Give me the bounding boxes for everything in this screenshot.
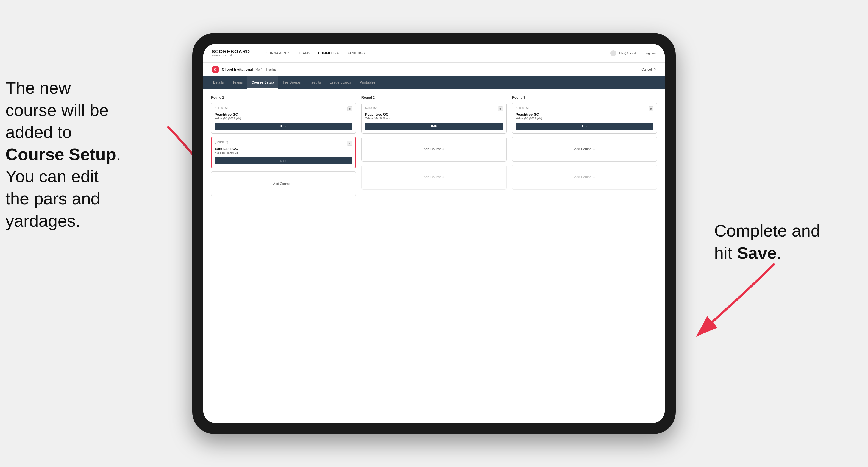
tab-leaderboards[interactable]: Leaderboards (325, 76, 355, 89)
round-1-add-course-plus-icon: + (292, 182, 294, 186)
round-3-add-course-2-button: Add Course + (512, 165, 657, 190)
close-icon: ✕ (654, 68, 656, 71)
tab-results[interactable]: Results (305, 76, 325, 89)
tablet-screen: SCOREBOARD Powered by clippd TOURNAMENTS… (203, 44, 665, 423)
round-3-course-a-label: (Course A) (516, 106, 529, 109)
round-1-course-a-card: (Course A) 🗑 Peachtree GC Yellow (M) (66… (211, 103, 356, 133)
sub-tabs: Details Teams Course Setup Tee Groups Re… (203, 76, 665, 89)
round-3-add-course-plus-icon: + (593, 147, 595, 151)
round-3-label: Round 3 (512, 96, 657, 99)
logo-sub-text: Powered by clippd (212, 54, 250, 57)
trash-icon: 🗑 (650, 107, 652, 111)
round-2-add-course-button[interactable]: Add Course + (362, 137, 506, 161)
round-1-column: Round 1 (Course A) 🗑 Peachtree GC Yellow… (211, 96, 356, 199)
round-1-course-b-delete-button[interactable]: 🗑 (347, 141, 352, 146)
round-1-add-course-text: Add Course (273, 182, 290, 186)
round-1-label: Round 1 (211, 96, 356, 99)
round-2-course-a-card: (Course A) 🗑 Peachtree GC Yellow (M) (66… (362, 103, 506, 133)
nav-links: TOURNAMENTS TEAMS COMMITTEE RANKINGS (264, 51, 365, 55)
annotation-bold-course-setup: Course Setup (5, 145, 116, 164)
round-3-course-a-card: (Course A) 🗑 Peachtree GC Yellow (M) (66… (512, 103, 657, 133)
nav-teams[interactable]: TEAMS (298, 51, 310, 55)
round-3-course-a-edit-button[interactable]: Edit (516, 123, 653, 130)
tournament-status: Hosting (266, 68, 276, 71)
round-2-course-a-edit-button[interactable]: Edit (365, 123, 503, 130)
round-2-course-a-label: (Course A) (365, 106, 378, 109)
round-3-course-a-name: Peachtree GC (516, 112, 653, 117)
round-1-course-b-edit-button[interactable]: Edit (215, 157, 352, 164)
nav-committee[interactable]: COMMITTEE (318, 51, 339, 55)
round-1-course-a-tee: Yellow (M) (6629 yds) (215, 117, 352, 120)
round-1-course-b-label: (Course B) (215, 141, 228, 144)
round-1-course-b-card: (Course B) 🗑 East Lake GC Black (M) (689… (211, 137, 356, 168)
avatar (610, 50, 616, 56)
round-3-add-course-2-plus-icon: + (593, 175, 595, 179)
round-2-add-course-2-button: Add Course + (362, 165, 506, 190)
round-2-add-course-2-text: Add Course (424, 175, 441, 179)
annotation-left: The new course will be added to Course S… (5, 77, 176, 232)
round-1-course-b-name: East Lake GC (215, 147, 352, 151)
round-2-course-a-delete-button[interactable]: 🗑 (498, 106, 503, 111)
round-3-add-course-text: Add Course (574, 147, 591, 151)
round-1-course-b-tee: Black (M) (6891 yds) (215, 151, 352, 154)
tournament-logo: C (212, 66, 219, 73)
annotation-bold-save: Save (737, 243, 777, 262)
scoreboard-logo: SCOREBOARD Powered by clippd (212, 49, 250, 57)
top-nav: SCOREBOARD Powered by clippd TOURNAMENTS… (203, 44, 665, 63)
tournament-gender: (Men) (255, 68, 262, 71)
tournament-bar: C Clippd Invitational (Men) Hosting Canc… (203, 63, 665, 76)
round-2-add-course-plus-icon: + (442, 147, 444, 151)
trash-icon: 🗑 (348, 142, 351, 145)
round-2-course-a-name: Peachtree GC (365, 112, 503, 117)
nav-rankings[interactable]: RANKINGS (347, 51, 365, 55)
round-3-column: Round 3 (Course A) 🗑 Peachtree GC Yellow… (512, 96, 657, 199)
round-3-add-course-button[interactable]: Add Course + (512, 137, 657, 161)
tab-printables[interactable]: Printables (355, 76, 380, 89)
round-3-add-course-2-text: Add Course (574, 175, 591, 179)
trash-icon: 🗑 (499, 107, 502, 111)
round-2-label: Round 2 (362, 96, 506, 99)
round-2-column: Round 2 (Course A) 🗑 Peachtree GC Yellow… (362, 96, 506, 199)
arrow-right (670, 258, 780, 341)
round-3-course-a-delete-button[interactable]: 🗑 (649, 106, 653, 111)
round-2-add-course-text: Add Course (424, 147, 441, 151)
tournament-name: Clippd Invitational (222, 67, 253, 71)
round-1-course-a-edit-button[interactable]: Edit (215, 123, 352, 130)
rounds-grid: Round 1 (Course A) 🗑 Peachtree GC Yellow… (211, 96, 657, 199)
tab-details[interactable]: Details (209, 76, 228, 89)
nav-user: blair@clippd.io | Sign out (610, 50, 656, 56)
round-1-course-a-label: (Course A) (215, 106, 228, 109)
sign-out-link[interactable]: Sign out (646, 52, 656, 55)
tab-teams[interactable]: Teams (228, 76, 247, 89)
round-1-course-a-delete-button[interactable]: 🗑 (347, 106, 352, 111)
user-email: blair@clippd.io (619, 52, 639, 55)
main-content: Round 1 (Course A) 🗑 Peachtree GC Yellow… (203, 89, 665, 423)
round-3-course-a-tee: Yellow (M) (6629 yds) (516, 117, 653, 120)
round-2-course-a-tee: Yellow (M) (6629 yds) (365, 117, 503, 120)
tab-course-setup[interactable]: Course Setup (247, 76, 279, 89)
logo-main-text: SCOREBOARD (212, 49, 250, 54)
separator: | (642, 52, 643, 55)
trash-icon: 🗑 (348, 107, 351, 111)
round-1-course-a-name: Peachtree GC (215, 112, 352, 117)
cancel-button[interactable]: Cancel ✕ (641, 68, 656, 71)
tablet: SCOREBOARD Powered by clippd TOURNAMENTS… (192, 33, 676, 434)
round-2-add-course-2-plus-icon: + (442, 175, 444, 179)
tab-tee-groups[interactable]: Tee Groups (278, 76, 305, 89)
nav-tournaments[interactable]: TOURNAMENTS (264, 51, 290, 55)
annotation-right: Complete and hit Save. (714, 220, 851, 264)
round-1-add-course-button[interactable]: Add Course + (211, 172, 356, 196)
